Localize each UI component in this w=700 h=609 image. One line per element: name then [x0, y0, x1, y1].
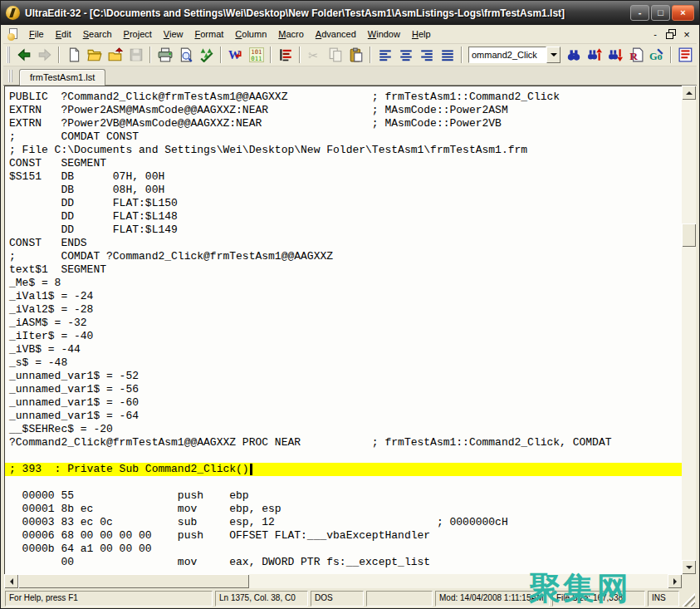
new-file-button[interactable]	[63, 45, 84, 65]
vertical-scroll-thumb[interactable]	[682, 223, 696, 247]
text-editor[interactable]: PUBLIC ?Command2_Click@frmTestAsm1@@AAGX…	[4, 86, 682, 574]
close-button[interactable]: ×	[672, 5, 694, 21]
resize-grip[interactable]	[682, 593, 695, 607]
mdi-restore-button[interactable]	[663, 28, 678, 41]
menu-edit[interactable]: Edit	[50, 26, 77, 42]
tab-frmtestasm1[interactable]: frmTestAsm1.lst	[19, 69, 105, 86]
mdi-minimize-button[interactable]: -	[648, 28, 663, 41]
find-next-button[interactable]	[605, 45, 625, 65]
toolbar-separator	[220, 47, 222, 63]
menu-search[interactable]: Search	[77, 26, 118, 42]
source-line: _iIter$ = -40	[5, 330, 682, 343]
status-help: For Help, press F1	[5, 591, 213, 607]
disk-icon	[129, 47, 144, 62]
status-file-size: File Size: 167,338	[552, 591, 645, 607]
align-center-button[interactable]	[395, 45, 416, 65]
toolbar-separator	[58, 47, 60, 63]
replace-icon: R	[629, 47, 644, 62]
copy-icon	[328, 47, 343, 62]
status-insert-mode: INS	[648, 591, 679, 607]
hex-edit-button[interactable]: 101011	[246, 45, 267, 65]
save-button	[125, 45, 146, 65]
doc-lines-icon	[678, 47, 693, 62]
hex-icon: 101011	[249, 47, 264, 62]
scroll-right-button[interactable]	[668, 574, 682, 588]
find-combo-dropdown-button[interactable]	[546, 47, 560, 63]
print-button[interactable]	[154, 45, 175, 65]
source-line: _iVal1$ = -24	[5, 290, 682, 303]
status-modified-time: Mod: 14/04/2008 1:11:15AM	[435, 591, 550, 607]
syntax-highlight-button[interactable]	[275, 45, 296, 65]
status-caret-position: Ln 1375, Col. 38, C0	[215, 591, 308, 607]
align-right-button[interactable]	[416, 45, 437, 65]
word-wrap-button[interactable]: W	[225, 45, 246, 65]
toolbar-separator	[270, 47, 272, 63]
align-left-button[interactable]	[374, 45, 395, 65]
svg-text:W: W	[228, 48, 241, 61]
source-line: DB 08H, 00H	[5, 184, 682, 197]
toolbar-drag-handle[interactable]	[7, 47, 10, 63]
source-line: DD FLAT:$L150	[5, 197, 682, 210]
find-button[interactable]	[563, 45, 584, 65]
print-preview-button[interactable]	[175, 45, 196, 65]
copy-button	[325, 45, 345, 65]
maximize-button[interactable]: □	[651, 5, 670, 21]
horizontal-scrollbar[interactable]	[4, 574, 682, 588]
source-line: 00 mov eax, DWORD PTR fs:__except_list	[5, 556, 682, 569]
source-line: ?Command2_Click@frmTestAsm1@@AAGXXZ PROC…	[5, 436, 682, 449]
open-file-button[interactable]	[84, 45, 105, 65]
source-line: EXTRN ?Power2ASM@MAsmCode@@AAGXXZ:NEAR ;…	[5, 104, 682, 117]
back-button[interactable]	[13, 45, 34, 65]
menu-file[interactable]: File	[23, 26, 50, 42]
printer-icon	[158, 47, 173, 62]
close-file-button[interactable]	[105, 45, 125, 65]
menu-help[interactable]: Help	[406, 26, 437, 42]
menu-window[interactable]: Window	[362, 26, 406, 42]
mdi-close-button[interactable]: ×	[679, 28, 694, 41]
scroll-down-button[interactable]	[682, 560, 696, 574]
forward-button	[34, 45, 55, 65]
scroll-up-button[interactable]	[682, 86, 696, 100]
title-bar[interactable]: UltraEdit-32 - [C:\Documents and Setting…	[1, 1, 699, 25]
menu-bar: FileEditSearchProjectViewFormatColumnMac…	[3, 25, 697, 44]
spell-check-button[interactable]	[196, 45, 217, 65]
find-combo-input[interactable]	[468, 47, 546, 63]
scrollbar-corner	[682, 574, 696, 588]
source-line: ; File C:\Documents and Settings\Wei\Des…	[5, 144, 682, 157]
menu-format[interactable]: Format	[189, 26, 230, 42]
paste-button[interactable]	[345, 45, 366, 65]
menu-advanced[interactable]: Advanced	[310, 26, 362, 42]
toolbar-separator	[299, 47, 301, 63]
file-tab-bar: frmTestAsm1.lst	[3, 66, 697, 86]
toolbar-separator	[670, 47, 672, 63]
scroll-left-button[interactable]	[4, 574, 18, 588]
replace-button[interactable]: R	[625, 45, 646, 65]
toolbar-separator	[370, 47, 371, 63]
source-line: _iASM$ = -32	[5, 317, 682, 330]
document-icon[interactable]	[7, 28, 20, 41]
folder-close-icon	[108, 47, 123, 62]
source-line: DD FLAT:$L149	[5, 223, 682, 237]
align-justify-button[interactable]	[437, 45, 458, 65]
source-line: __$SEHRec$ = -20	[5, 423, 682, 436]
source-line: ; COMDAT CONST	[5, 130, 682, 144]
menu-column[interactable]: Column	[229, 26, 272, 42]
ultraedit-window: UltraEdit-32 - [C:\Documents and Setting…	[0, 0, 700, 609]
align-center-icon	[399, 47, 414, 62]
arrow-left-icon	[17, 47, 32, 62]
goto-button[interactable]: Go	[646, 45, 667, 65]
find-prev-button[interactable]	[584, 45, 605, 65]
horizontal-scroll-thumb[interactable]	[18, 574, 249, 588]
spell-icon	[199, 47, 214, 62]
source-line: ; COMDAT ?Command2_Click@frmTestAsm1@@AA…	[5, 250, 682, 263]
source-line: 00000 55 push ebp	[5, 489, 682, 503]
tabbar-drag-handle[interactable]	[8, 70, 12, 82]
menu-view[interactable]: View	[158, 26, 189, 42]
template-list-button[interactable]	[675, 45, 696, 65]
source-line: _s$ = -48	[5, 356, 682, 370]
menu-project[interactable]: Project	[118, 26, 158, 42]
window-title: UltraEdit-32 - [C:\Documents and Setting…	[25, 7, 625, 19]
minimize-button[interactable]: -	[630, 5, 649, 21]
vertical-scrollbar[interactable]	[682, 86, 696, 574]
menu-macro[interactable]: Macro	[272, 26, 310, 42]
